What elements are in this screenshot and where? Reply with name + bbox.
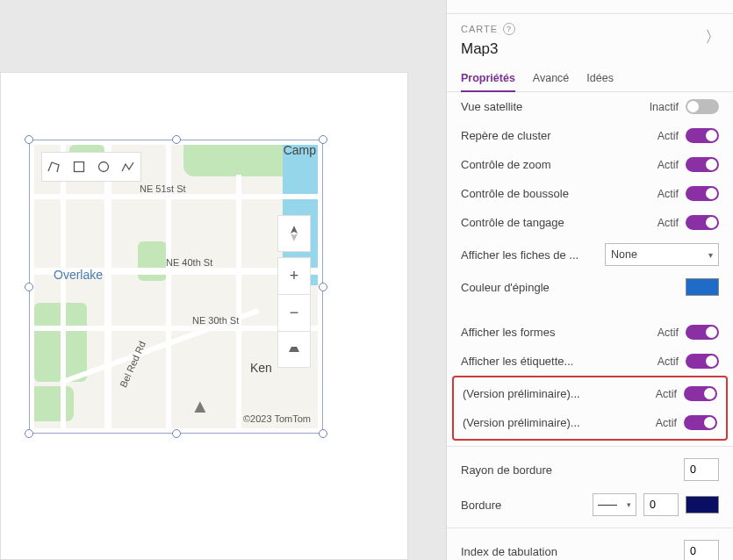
- panel-tabs: Propriétés Avancé Idées: [447, 58, 733, 92]
- svg-rect-0: [74, 162, 83, 172]
- prop-label: Afficher les formes: [461, 326, 658, 339]
- chevron-down-icon: ▾: [627, 500, 631, 509]
- border-color-swatch[interactable]: [686, 496, 719, 513]
- highlighted-preview-rows: (Version préliminaire)... Actif (Version…: [452, 376, 728, 441]
- resize-handle[interactable]: [319, 429, 327, 438]
- toggle-status: Actif: [658, 355, 679, 368]
- cluster-toggle[interactable]: [686, 128, 719, 143]
- draw-polygon-tool[interactable]: [42, 153, 67, 181]
- resize-handle[interactable]: [319, 135, 327, 144]
- map-draw-toolbar: [41, 152, 141, 182]
- border-width-input[interactable]: [643, 493, 679, 516]
- toggle-status: Actif: [658, 130, 679, 142]
- prop-label: Contrôle de tangage: [461, 216, 658, 229]
- prop-label: Afficher les étiquette...: [461, 355, 658, 368]
- prop-label: Contrôle de boussole: [461, 187, 658, 200]
- map-compass-button[interactable]: [277, 215, 311, 252]
- tab-properties[interactable]: Propriétés: [461, 72, 515, 92]
- place-label: Camp: [284, 145, 316, 157]
- control-name[interactable]: Map3: [461, 40, 719, 58]
- toggle-status: Actif: [658, 327, 679, 339]
- resize-handle[interactable]: [25, 283, 33, 291]
- pincolor-swatch[interactable]: [686, 278, 719, 296]
- svg-marker-4: [289, 347, 299, 352]
- place-label: Ken: [250, 361, 272, 375]
- map-nav-controls: + −: [277, 215, 311, 373]
- svg-point-1: [98, 162, 108, 172]
- map-attribution: ©2023 TomTom: [241, 413, 313, 425]
- pitch-toggle[interactable]: [686, 215, 719, 230]
- resize-handle[interactable]: [25, 429, 33, 438]
- prop-label: Index de tabulation: [461, 545, 684, 558]
- shapes-toggle[interactable]: [686, 325, 719, 340]
- tabindex-input[interactable]: [684, 540, 719, 560]
- resize-handle[interactable]: [172, 135, 181, 144]
- draw-rectangle-tool[interactable]: [67, 153, 91, 181]
- draw-circle-tool[interactable]: [91, 153, 116, 181]
- properties-panel: CARTE ? 〉 Map3 Propriétés Avancé Idées V…: [446, 0, 733, 560]
- resize-handle[interactable]: [172, 429, 181, 438]
- preview1-toggle[interactable]: [684, 386, 717, 401]
- svg-marker-2: [291, 226, 298, 233]
- properties-list: Vue satellite Inactif Repère de cluster …: [447, 92, 733, 560]
- prop-label: Repère de cluster: [461, 129, 658, 142]
- toggle-status: Actif: [658, 188, 679, 200]
- street-label: NE 30th St: [192, 315, 239, 326]
- compass-toggle[interactable]: [686, 186, 719, 201]
- toggle-status: Inactif: [650, 101, 679, 113]
- border-style-select[interactable]: ▾: [593, 493, 636, 516]
- prop-label: Contrôle de zoom: [461, 158, 658, 171]
- prop-label: Rayon de bordure: [461, 463, 684, 477]
- labels-toggle[interactable]: [686, 354, 719, 369]
- prop-label: Vue satellite: [461, 100, 650, 113]
- resize-handle[interactable]: [319, 283, 327, 291]
- prop-label: Couleur d'épingle: [461, 281, 686, 294]
- place-label: Overlake: [54, 268, 103, 282]
- control-type-label: CARTE: [461, 24, 498, 34]
- border-radius-input[interactable]: [684, 458, 719, 481]
- prop-label: (Version préliminaire)...: [463, 416, 656, 429]
- chevron-down-icon: ▾: [708, 250, 713, 260]
- prop-label: Afficher les fiches de ...: [461, 248, 605, 262]
- resize-handle[interactable]: [25, 135, 33, 144]
- map-control-selection[interactable]: NE 51st St NE 40th St NE 30th St Bel Red…: [29, 140, 323, 434]
- street-label: NE 51st St: [140, 183, 186, 194]
- help-icon[interactable]: ?: [503, 23, 515, 35]
- canvas-area: NE 51st St NE 40th St NE 30th St Bel Red…: [0, 0, 446, 560]
- map-visual[interactable]: NE 51st St NE 40th St NE 30th St Bel Red…: [34, 145, 318, 428]
- svg-marker-3: [291, 233, 298, 241]
- map-zoom-out-button[interactable]: −: [277, 294, 311, 331]
- prop-label: Bordure: [461, 499, 593, 512]
- satellite-toggle[interactable]: [686, 99, 719, 114]
- map-background: NE 51st St NE 40th St NE 30th St Bel Red…: [34, 145, 318, 428]
- draw-line-tool[interactable]: [116, 153, 140, 181]
- map-zoom-in-button[interactable]: +: [277, 257, 311, 294]
- toggle-status: Actif: [656, 417, 677, 429]
- toggle-status: Actif: [658, 217, 679, 229]
- zoom-toggle[interactable]: [686, 157, 719, 172]
- preview2-toggle[interactable]: [684, 415, 717, 430]
- tab-advanced[interactable]: Avancé: [533, 72, 569, 91]
- tab-ideas[interactable]: Idées: [586, 72, 614, 91]
- infocards-select[interactable]: None▾: [605, 243, 719, 266]
- street-label: Bel Red Rd: [118, 340, 147, 389]
- map-pitch-button[interactable]: [277, 331, 311, 368]
- toggle-status: Actif: [656, 388, 677, 400]
- street-label: NE 40th St: [166, 257, 212, 268]
- toggle-status: Actif: [658, 159, 679, 171]
- collapse-panel-button[interactable]: 〉: [705, 26, 721, 47]
- prop-label: (Version préliminaire)...: [463, 387, 656, 400]
